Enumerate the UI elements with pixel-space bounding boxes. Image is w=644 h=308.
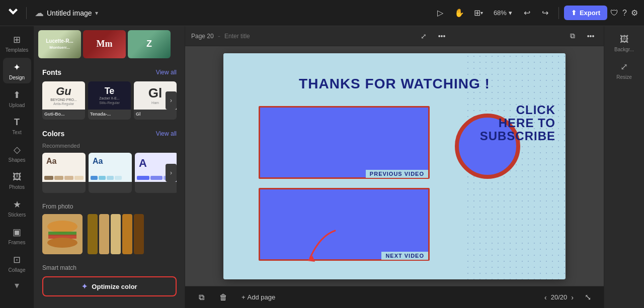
shield-icon[interactable]: 🛡 bbox=[610, 9, 618, 18]
font-thumb-montserrat[interactable]: Mm bbox=[83, 30, 126, 58]
background-label: Backgr... bbox=[614, 47, 634, 52]
topbar-divider bbox=[26, 7, 27, 19]
undo-redo-group: ↩ ↪ bbox=[519, 5, 553, 21]
app-logo[interactable] bbox=[6, 6, 20, 20]
fonts-section-header: Fonts View all bbox=[42, 68, 177, 76]
font-thumb-third[interactable]: Z bbox=[128, 30, 171, 58]
upload-label: Upload bbox=[9, 102, 25, 108]
next-page-btn[interactable]: › bbox=[571, 293, 574, 301]
title-chevron-icon[interactable]: ▾ bbox=[95, 10, 98, 17]
photo-swatches bbox=[88, 214, 177, 254]
fonts-section-title: Fonts bbox=[42, 68, 61, 76]
templates-icon: ⊞ bbox=[13, 34, 21, 45]
export-icon: ⬆ bbox=[571, 9, 577, 17]
photo-swatch-2[interactable] bbox=[99, 214, 109, 254]
photo-swatch-4[interactable] bbox=[122, 214, 132, 254]
resize-label: Resize bbox=[616, 74, 632, 80]
colors-section: Colors View all Recommended Aa bbox=[34, 124, 185, 197]
shapes-label: Shapes bbox=[9, 157, 26, 163]
templates-label: Templates bbox=[6, 47, 29, 53]
font-card-1[interactable]: Gu BEYOND PRO... Anta-Regular Guti-Bo... bbox=[42, 81, 85, 120]
photo-swatch-1[interactable] bbox=[88, 214, 98, 254]
colors-next-btn[interactable]: › bbox=[166, 164, 177, 182]
copy-page-btn[interactable]: ⧉ bbox=[193, 289, 209, 305]
nav-item-upload[interactable]: ⬆ Upload bbox=[3, 85, 31, 111]
colors-section-header: Colors View all bbox=[42, 130, 177, 138]
background-panel-item[interactable]: 🖼 Backgr... bbox=[607, 30, 641, 55]
background-icon: 🖼 bbox=[620, 34, 629, 45]
topbar: ☁ Untitled image ▾ ▷ ✋ ⊞ ▾ 68% ▾ ↩ ↪ ⬆ E… bbox=[0, 0, 644, 26]
design-panel: Lucette-R...Montserr... Mm Z Fonts View … bbox=[34, 26, 185, 308]
photo-swatch-5[interactable] bbox=[134, 214, 144, 254]
design-label: Design bbox=[9, 75, 25, 80]
photo-palette-row bbox=[42, 214, 177, 254]
font-thumb-lucette[interactable]: Lucette-R...Montserr... bbox=[38, 30, 81, 58]
optimize-color-btn[interactable]: ✦ Optimize color bbox=[42, 276, 177, 296]
nav-item-frames[interactable]: ▣ Frames bbox=[3, 223, 31, 248]
page-bottom-bar: ⧉ 🗑 + Add page ‹ 20/20 › ⤡ bbox=[185, 286, 604, 308]
page-count-display: 20/20 bbox=[551, 293, 568, 301]
help-icon[interactable]: ? bbox=[622, 9, 627, 18]
collage-icon: ⊡ bbox=[13, 254, 21, 265]
nav-more-icon[interactable]: ▾ bbox=[15, 280, 19, 291]
add-page-btn[interactable]: + Add page bbox=[237, 289, 279, 305]
nav-item-stickers[interactable]: ★ Stickers bbox=[3, 195, 31, 221]
photo-swatch-3[interactable] bbox=[111, 214, 121, 254]
photo-thumbnail[interactable] bbox=[42, 214, 83, 254]
canvas-more-btn[interactable]: ••• bbox=[435, 29, 449, 43]
pointer-tool-btn[interactable]: ▷ bbox=[432, 5, 448, 21]
settings-icon[interactable]: ⚙ bbox=[631, 8, 638, 18]
palette-2[interactable]: Aa bbox=[89, 153, 132, 193]
document-title[interactable]: Untitled image bbox=[47, 9, 92, 17]
prev-video-label: PREVIOUS VIDEO bbox=[366, 170, 428, 178]
svg-point-5 bbox=[47, 238, 77, 248]
resize-panel-item[interactable]: ⤢ Resize bbox=[607, 57, 641, 83]
font-thumbnails-row: Lucette-R...Montserr... Mm Z bbox=[34, 26, 185, 62]
nav-item-collage[interactable]: ⊡ Collage bbox=[3, 250, 31, 276]
colors-view-all-btn[interactable]: View all bbox=[156, 130, 177, 137]
topbar-tools: ▷ ✋ ⊞ ▾ 68% ▾ ↩ ↪ ⬆ Export 🛡 ? ⚙ bbox=[432, 5, 638, 21]
nav-item-shapes[interactable]: ◇ Shapes bbox=[3, 140, 31, 166]
shapes-icon: ◇ bbox=[14, 144, 21, 155]
subscribe-text: CLICKHERE TOSUBSCRIBE bbox=[480, 104, 555, 143]
canvas-wrapper: THANKS FOR WATCHING ! PREVIOUS VIDEO NEX… bbox=[185, 46, 604, 286]
fonts-view-all-btn[interactable]: View all bbox=[156, 69, 177, 76]
view-options-btn[interactable]: ⊞ ▾ bbox=[470, 5, 487, 21]
collage-label: Collage bbox=[9, 267, 26, 273]
resize-canvas-btn[interactable]: ⤢ bbox=[417, 29, 431, 43]
text-label: Text bbox=[12, 130, 21, 135]
nav-item-design[interactable]: ✦ Design bbox=[3, 58, 31, 83]
palette-1[interactable]: Aa bbox=[42, 153, 86, 193]
next-video-label: NEXT VIDEO bbox=[381, 252, 428, 260]
canvas-frame[interactable]: THANKS FOR WATCHING ! PREVIOUS VIDEO NEX… bbox=[223, 53, 566, 279]
next-video-box[interactable]: NEXT VIDEO bbox=[259, 188, 430, 261]
nav-item-photos[interactable]: 🖼 Photos bbox=[3, 168, 31, 193]
canvas-copy-btn[interactable]: ⧉ bbox=[566, 29, 580, 43]
hand-tool-btn[interactable]: ✋ bbox=[451, 5, 467, 21]
palette-3-name bbox=[135, 182, 177, 185]
photos-icon: 🖼 bbox=[13, 172, 22, 182]
smart-match-label: Smart match bbox=[42, 264, 177, 271]
topbar-right-icons: 🛡 ? ⚙ bbox=[610, 8, 638, 18]
right-panel: 🖼 Backgr... ⤢ Resize bbox=[604, 26, 644, 308]
font-card-2[interactable]: Te Zacbel X-E... Stilu-Regular Tenada-..… bbox=[88, 81, 131, 120]
stickers-label: Stickers bbox=[8, 212, 26, 218]
undo-btn[interactable]: ↩ bbox=[519, 5, 535, 21]
add-page-label: Add page bbox=[248, 293, 276, 301]
zoom-control[interactable]: 68% ▾ bbox=[490, 9, 516, 17]
export-button[interactable]: ⬆ Export bbox=[564, 6, 607, 20]
nav-item-templates[interactable]: ⊞ Templates bbox=[3, 30, 31, 56]
prev-video-box[interactable]: PREVIOUS VIDEO bbox=[259, 106, 430, 179]
redo-btn[interactable]: ↪ bbox=[537, 5, 553, 21]
canvas-area: Page 20 - ⤢ ••• ⧉ ••• THANKS FOR WATCHIN… bbox=[185, 26, 604, 308]
fonts-next-btn[interactable]: › bbox=[166, 91, 177, 110]
delete-page-btn[interactable]: 🗑 bbox=[215, 289, 231, 305]
canvas-menu-btn[interactable]: ••• bbox=[584, 29, 598, 43]
design-icon: ✦ bbox=[13, 62, 21, 73]
nav-item-text[interactable]: T Text bbox=[3, 113, 31, 138]
page-title-input[interactable] bbox=[224, 33, 300, 40]
zoom-chevron-icon: ▾ bbox=[509, 9, 512, 17]
fit-to-screen-btn[interactable]: ⤡ bbox=[580, 289, 596, 305]
svg-point-1 bbox=[47, 221, 77, 233]
prev-page-btn[interactable]: ‹ bbox=[544, 293, 547, 301]
